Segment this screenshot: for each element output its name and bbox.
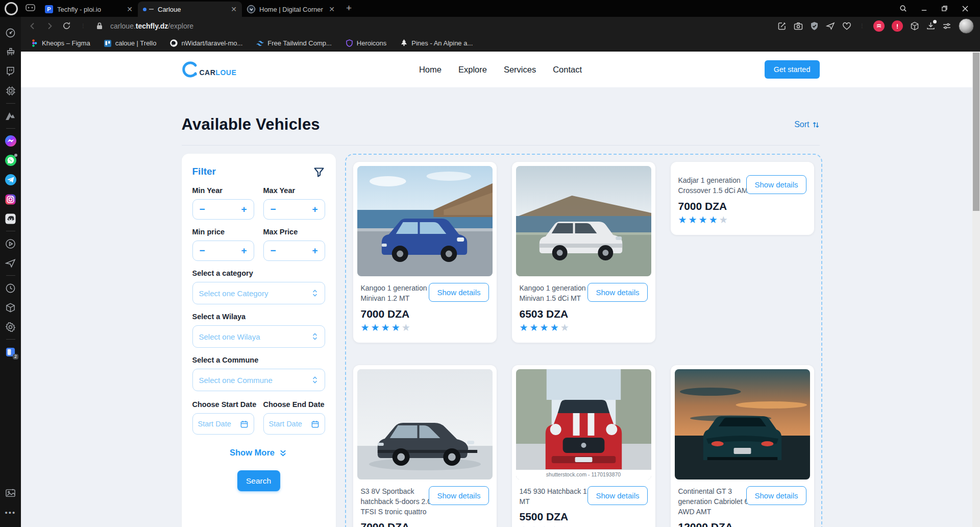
- bookmark-trello[interactable]: caloue | Trello: [104, 39, 157, 47]
- cleaner-brush-icon[interactable]: [0, 42, 21, 62]
- minus-button[interactable]: −: [271, 245, 276, 256]
- star-icon: ★: [402, 322, 412, 333]
- workspace-icon[interactable]: [0, 106, 21, 126]
- tab-carloue-active[interactable]: Carloue ✕: [138, 2, 242, 17]
- reload-icon[interactable]: [62, 21, 71, 30]
- plus-button[interactable]: +: [312, 245, 317, 256]
- plus-button[interactable]: +: [312, 204, 317, 215]
- vpn-shield-icon[interactable]: [810, 21, 819, 31]
- pinned-extension-icon[interactable]: 2: [0, 342, 21, 362]
- bookmark-heroicons[interactable]: Heroicons: [346, 39, 387, 47]
- tab-close-icon[interactable]: ✕: [231, 5, 237, 13]
- vehicle-card: Kangoo 1 generation Minivan 1.5 dCi MT S…: [512, 162, 655, 343]
- extensions-box-icon[interactable]: [0, 298, 21, 317]
- vehicle-name: Kangoo 1 generation Minivan 1.5 dCi MT: [520, 283, 599, 304]
- funnel-icon[interactable]: [313, 166, 325, 178]
- discord-icon[interactable]: [0, 209, 21, 228]
- player-icon[interactable]: [0, 234, 21, 253]
- address-bar[interactable]: carloue.techfly.dz/explore: [110, 22, 193, 30]
- show-details-button[interactable]: Show details: [429, 486, 488, 505]
- sidebar-more-icon[interactable]: •••: [0, 502, 21, 522]
- scrollbar-thumb[interactable]: [973, 53, 979, 211]
- extension-red-1-icon[interactable]: [873, 20, 885, 32]
- window-close-icon[interactable]: [962, 5, 969, 12]
- profile-avatar[interactable]: [959, 18, 974, 34]
- bookmark-tailwind[interactable]: Free Tailwind Comp...: [256, 39, 331, 47]
- star-icon: ★: [381, 322, 391, 333]
- max-price-stepper[interactable]: − +: [263, 241, 325, 261]
- ai-chip-icon[interactable]: [0, 81, 21, 101]
- plus-button[interactable]: +: [241, 204, 247, 215]
- forward-icon[interactable]: [45, 22, 54, 30]
- category-select[interactable]: Select one Category: [192, 282, 325, 304]
- bookmark-label: Free Tailwind Comp...: [267, 39, 331, 47]
- start-date-input[interactable]: Start Date: [192, 413, 254, 435]
- easy-setup-sliders-icon[interactable]: [942, 22, 951, 30]
- get-started-button[interactable]: Get started: [765, 60, 820, 79]
- back-icon[interactable]: [29, 22, 37, 30]
- start-page-icon[interactable]: [0, 23, 21, 42]
- messenger-icon[interactable]: [0, 131, 21, 151]
- send-to-devices-icon[interactable]: [0, 253, 21, 273]
- tab-tiling-icon[interactable]: [26, 4, 35, 12]
- commune-select[interactable]: Select one Commune: [192, 369, 325, 391]
- bookmark-github[interactable]: nWidart/laravel-mo...: [170, 39, 242, 47]
- window-restore-icon[interactable]: [941, 5, 948, 12]
- pin-edit-icon[interactable]: [777, 21, 787, 31]
- show-details-button[interactable]: Show details: [746, 486, 806, 505]
- snapshot-camera-icon[interactable]: [794, 22, 803, 30]
- nav-home[interactable]: Home: [419, 65, 442, 75]
- nav-services[interactable]: Services: [504, 65, 536, 75]
- nav-explore[interactable]: Explore: [458, 65, 487, 75]
- carloue-logo[interactable]: CARLOUE: [182, 61, 237, 78]
- minus-button[interactable]: −: [200, 245, 205, 256]
- whatsapp-icon[interactable]: [0, 151, 21, 170]
- history-icon[interactable]: [0, 278, 21, 298]
- favorites-heart-icon[interactable]: [842, 22, 851, 30]
- tab-techfly[interactable]: P Techfly - ploi.io ✕: [40, 2, 138, 17]
- end-date-label: Choose End Date: [263, 400, 325, 409]
- show-details-button[interactable]: Show details: [587, 283, 647, 302]
- vehicle-card: shutterstock.com - 1170193870 145 930 Ha…: [512, 365, 655, 527]
- max-year-stepper[interactable]: − +: [263, 199, 325, 220]
- show-details-button[interactable]: Show details: [587, 486, 647, 505]
- nav-contact[interactable]: Contact: [553, 65, 582, 75]
- twitch-icon[interactable]: [0, 62, 21, 81]
- star-icon: ★: [530, 322, 540, 333]
- calendar-icon: [311, 420, 320, 428]
- instagram-icon[interactable]: [0, 189, 21, 209]
- vehicle-card: S3 8V Sportback hatchback 5-doors 2.0 TF…: [353, 365, 497, 527]
- window-minimize-icon[interactable]: [921, 5, 927, 12]
- sort-button[interactable]: Sort: [794, 120, 819, 129]
- tab-close-icon[interactable]: ✕: [127, 5, 133, 13]
- media-gallery-icon[interactable]: [0, 483, 21, 502]
- new-tab-button[interactable]: +: [346, 3, 352, 14]
- vehicle-photo-green-coupe-sunset: [675, 369, 810, 480]
- tab-digital-corner[interactable]: Home | Digital Corner ✕: [242, 2, 340, 17]
- bookmark-pines[interactable]: Pines - An Alpine a...: [400, 39, 473, 47]
- settings-gear-icon[interactable]: [0, 317, 21, 337]
- wilaya-select[interactable]: Select one Wilaya: [192, 325, 325, 348]
- search-button[interactable]: Search: [237, 470, 280, 491]
- plus-button[interactable]: +: [241, 245, 247, 256]
- whatsapp-badge: [14, 154, 17, 157]
- show-more-link[interactable]: Show More: [192, 448, 325, 458]
- telegram-icon[interactable]: [0, 170, 21, 189]
- min-year-stepper[interactable]: − +: [192, 199, 254, 220]
- tab-close-icon[interactable]: ✕: [329, 5, 335, 13]
- bookmark-figma[interactable]: Kheops – Figma: [31, 39, 90, 47]
- min-price-stepper[interactable]: − +: [192, 241, 254, 261]
- extensions-cube-icon[interactable]: [910, 21, 919, 31]
- minus-button[interactable]: −: [271, 204, 276, 215]
- opera-logo-icon[interactable]: [5, 2, 18, 15]
- page-scrollbar[interactable]: [972, 52, 980, 527]
- lock-icon[interactable]: [96, 22, 103, 30]
- aria-send-icon[interactable]: [826, 22, 835, 30]
- downloads-icon[interactable]: [926, 21, 935, 30]
- extension-red-2-icon[interactable]: [892, 20, 903, 32]
- show-details-button[interactable]: Show details: [746, 175, 806, 194]
- window-search-icon[interactable]: [899, 5, 907, 12]
- show-details-button[interactable]: Show details: [429, 283, 488, 302]
- minus-button[interactable]: −: [200, 204, 205, 215]
- end-date-input[interactable]: Start Date: [263, 413, 325, 435]
